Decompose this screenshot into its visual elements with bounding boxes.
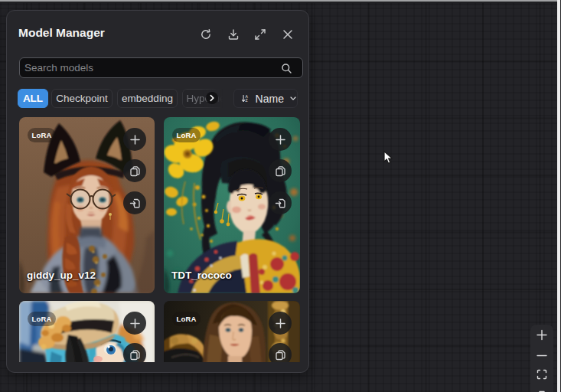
svg-text:Z: Z [246,98,248,103]
